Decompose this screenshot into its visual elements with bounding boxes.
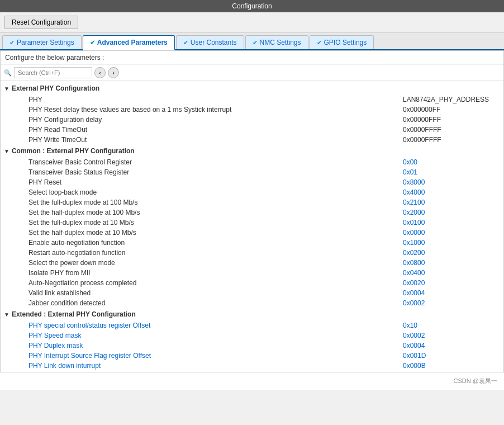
table-row: Enable auto-negotiation function0x1000 [1,238,503,248]
param-name: Transceiver Basic Status Register [1,168,403,176]
param-value: 0x0000 [403,229,503,237]
tab-advanced-parameters[interactable]: ✔Advanced Parameters [83,35,175,50]
param-value: 0x0002 [403,332,503,339]
config-label: Configure the below parameters : [1,51,503,65]
table-row: Set the half-duplex mode at 100 Mb/s0x20… [1,207,503,218]
tabs-bar: ✔Parameter Settings✔Advanced Parameters✔… [0,33,504,50]
param-name: Jabber condition detected [1,299,403,307]
tab-check-icon: ✔ [183,39,188,46]
table-row: Set the full-duplex mode at 10 Mb/s0x010… [1,218,503,228]
section-header-external-phy[interactable]: ▼External PHY Configuration [1,82,503,95]
table-row: PHY Reset0x8000 [1,177,503,187]
content-area: Configure the below parameters : 🔍 ‹ › ▼… [0,50,504,372]
table-row: PHY Write TimeOut0x0000FFFF [1,135,503,145]
param-value: 0x0004 [403,289,503,297]
tab-check-icon: ✔ [317,39,322,46]
table-row: Transceiver Basic Control Register0x00 [1,157,503,167]
param-value: 0x2100 [403,199,503,206]
table-row: PHY Duplex mask0x0004 [1,341,503,351]
table-row: Set the half-duplex mode at 10 Mb/s0x000… [1,228,503,238]
param-name: PHY special control/status register Offs… [1,322,403,329]
param-value: 0x0020 [403,279,503,287]
param-name: PHY Configuration delay [1,116,403,124]
tab-label: GPIO Settings [324,39,367,46]
table-row: PHY Read TimeOut0x0000FFFF [1,125,503,135]
table-row: PHYLAN8742A_PHY_ADDRESS [1,95,503,105]
param-value: 0x0000FFFF [403,136,503,144]
param-value: 0x00 [403,158,503,166]
section-title: Common : External PHY Configuration [12,147,135,155]
prev-nav-button[interactable]: ‹ [94,67,106,78]
toolbar: Reset Configuration [0,12,504,33]
param-value: 0x2000 [403,209,503,216]
title-bar: Configuration [0,0,504,12]
tab-nmc-settings[interactable]: ✔NMC Settings [245,35,308,49]
table-row: PHY Interrupt Source Flag register Offse… [1,351,503,361]
param-value: 0x0200 [403,249,503,257]
tab-check-icon: ✔ [9,39,15,46]
param-value: 0x0800 [403,259,503,267]
param-name: PHY Link down inturrupt [1,362,403,370]
tab-label: Advanced Parameters [97,39,168,46]
section-header-common-external-phy[interactable]: ▼Common : External PHY Configuration [1,145,503,157]
table-row: PHY Speed mask0x0002 [1,330,503,341]
param-name: Set the full-duplex mode at 10 Mb/s [1,219,403,226]
param-value: LAN8742A_PHY_ADDRESS [403,96,503,103]
param-name: PHY Read TimeOut [1,126,403,134]
table-row: Auto-Negotiation process completed0x0020 [1,278,503,288]
chevron-icon: ▼ [4,311,9,318]
section-title: Extended : External PHY Configuration [12,310,136,318]
param-value: 0x0100 [403,219,503,226]
param-name: Transceiver Basic Control Register [1,158,403,166]
title-label: Configuration [232,2,272,10]
param-value: 0x00000FFF [403,116,503,124]
chevron-icon: ▼ [4,148,9,154]
reset-config-button[interactable]: Reset Configuration [4,16,78,29]
param-value: 0x10 [403,322,503,329]
table-row: Transceiver Basic Status Register0x01 [1,167,503,177]
table-row: Restart auto-negotiation function0x0200 [1,248,503,258]
section-title: External PHY Configuration [12,84,99,92]
param-value: 0x001D [403,352,503,360]
param-value: 0x0004 [403,342,503,350]
param-value: 0x0002 [403,299,503,307]
table-row: Jabber condition detected0x0002 [1,298,503,308]
tab-label: Parameter Settings [17,39,74,46]
param-name: Valid link established [1,289,403,297]
tab-user-constants[interactable]: ✔User Constants [176,35,244,49]
param-name: PHY Speed mask [1,332,403,339]
param-name: PHY Write TimeOut [1,136,403,144]
param-value: 0x000B [403,362,503,370]
search-input[interactable] [14,67,92,78]
table-row: Select the power down mode0x0800 [1,258,503,268]
param-name: Set the half-duplex mode at 10 Mb/s [1,229,403,237]
tab-label: User Constants [191,39,237,46]
param-name: Select the power down mode [1,259,403,267]
param-name: Set the half-duplex mode at 100 Mb/s [1,209,403,216]
param-value: 0x8000 [403,178,503,186]
table-row: Select loop-back mode0x4000 [1,187,503,197]
tab-gpio-settings[interactable]: ✔GPIO Settings [310,35,374,49]
table-row: Isolate PHY from MII0x0400 [1,268,503,278]
param-name: Auto-Negotiation process completed [1,279,403,287]
tab-check-icon: ✔ [253,39,258,46]
next-nav-button[interactable]: › [108,67,119,78]
watermark: CSDN @袁果一 [0,372,504,390]
param-value: 0x0000FFFF [403,126,503,134]
param-name: Select loop-back mode [1,188,403,196]
param-name: Restart auto-negotiation function [1,249,403,257]
params-table: ▼External PHY ConfigurationPHYLAN8742A_P… [1,81,503,372]
section-header-extended-external-phy[interactable]: ▼Extended : External PHY Configuration [1,308,503,320]
table-row: PHY Reset delay these values are based o… [1,105,503,115]
param-name: PHY Reset delay these values are based o… [1,106,403,114]
tab-label: NMC Settings [260,39,301,46]
table-row: PHY Configuration delay0x00000FFF [1,115,503,125]
table-row: PHY Link down inturrupt0x000B [1,361,503,371]
param-name: Enable auto-negotiation function [1,239,403,247]
param-value: 0x4000 [403,188,503,196]
param-value: 0x1000 [403,239,503,247]
chevron-icon: ▼ [4,86,9,92]
tab-parameter-settings[interactable]: ✔Parameter Settings [2,35,82,49]
param-name: Set the full-duplex mode at 100 Mb/s [1,199,403,206]
param-name: PHY Duplex mask [1,342,403,350]
